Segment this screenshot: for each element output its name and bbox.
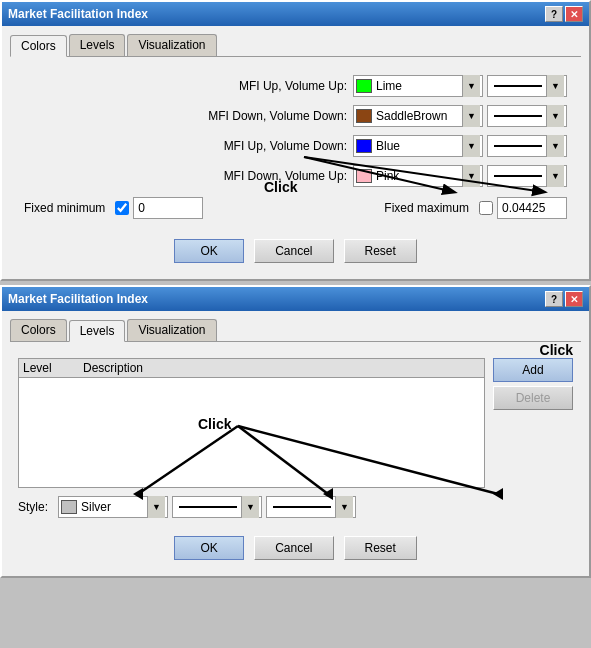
help-button[interactable]: ?: [545, 6, 563, 22]
style-line-dropdown-2[interactable]: ▼: [266, 496, 356, 518]
close-button[interactable]: ✕: [565, 6, 583, 22]
top-ok-button[interactable]: OK: [174, 239, 244, 263]
bottom-dialog: Market Facilitation Index ? ✕ Colors Lev…: [0, 285, 591, 578]
bottom-button-row: OK Cancel Reset: [10, 526, 581, 568]
color-group-2: SaddleBrown ▼ ▼: [353, 105, 567, 127]
style-line-arrow-1[interactable]: ▼: [241, 496, 259, 518]
line-arrow-2[interactable]: ▼: [546, 105, 564, 127]
fixed-max-label: Fixed maximum: [384, 201, 469, 215]
top-title-buttons: ? ✕: [545, 6, 583, 22]
line-preview-2: [494, 115, 542, 117]
tab-colors-bottom[interactable]: Colors: [10, 319, 67, 341]
style-line-arrow-2[interactable]: ▼: [335, 496, 353, 518]
fixed-min-max-row: Fixed minimum Fixed maximum: [24, 197, 567, 219]
tab-levels-top[interactable]: Levels: [69, 34, 126, 56]
levels-main: Level Description Add Delete: [18, 358, 573, 488]
bottom-ok-button[interactable]: OK: [174, 536, 244, 560]
delete-button[interactable]: Delete: [493, 386, 573, 410]
click-annotation-style: Click: [198, 416, 231, 432]
top-reset-button[interactable]: Reset: [344, 239, 417, 263]
color-name-pink: Pink: [376, 169, 462, 183]
bottom-cancel-button[interactable]: Cancel: [254, 536, 333, 560]
line-preview-1: [494, 85, 542, 87]
style-line-preview-2: [273, 506, 331, 508]
top-title-bar: Market Facilitation Index ? ✕: [2, 2, 589, 26]
line-dropdown-1[interactable]: ▼: [487, 75, 567, 97]
bottom-help-button[interactable]: ?: [545, 291, 563, 307]
bottom-title-buttons: ? ✕: [545, 291, 583, 307]
fixed-min-checkbox[interactable]: [115, 201, 129, 215]
bottom-dialog-title: Market Facilitation Index: [8, 292, 148, 306]
fixed-row-container: Click Fixed mi: [24, 197, 567, 219]
bottom-close-button[interactable]: ✕: [565, 291, 583, 307]
levels-table: Level Description: [18, 358, 485, 488]
color-group-3: Blue ▼ ▼: [353, 135, 567, 157]
color-arrow-3[interactable]: ▼: [462, 135, 480, 157]
top-dialog: Market Facilitation Index ? ✕ Colors Lev…: [0, 0, 591, 281]
levels-main-container: Click Level Description Add Delete: [18, 358, 573, 518]
fixed-min-input[interactable]: [133, 197, 203, 219]
tab-levels-bottom[interactable]: Levels: [69, 320, 126, 342]
style-line-dropdown-1[interactable]: ▼: [172, 496, 262, 518]
style-line-preview-1: [179, 506, 237, 508]
levels-table-header: Level Description: [19, 359, 484, 378]
label-mfi-up-vol-up: MFI Up, Volume Up:: [239, 79, 347, 93]
colors-form: MFI Up, Volume Up: Lime ▼ ▼ MFI Down, Vo…: [10, 65, 581, 229]
bottom-reset-button[interactable]: Reset: [344, 536, 417, 560]
color-arrow-1[interactable]: ▼: [462, 75, 480, 97]
bottom-tabs: Colors Levels Visualization: [10, 319, 581, 342]
color-dropdown-pink[interactable]: Pink ▼: [353, 165, 483, 187]
line-dropdown-2[interactable]: ▼: [487, 105, 567, 127]
style-color-arrow[interactable]: ▼: [147, 496, 165, 518]
swatch-pink: [356, 169, 372, 183]
add-button[interactable]: Add: [493, 358, 573, 382]
click-annotation-add: Click: [540, 342, 573, 358]
top-tabs: Colors Levels Visualization: [10, 34, 581, 57]
row-mfi-up-vol-up: MFI Up, Volume Up: Lime ▼ ▼: [24, 75, 567, 97]
swatch-silver: [61, 500, 77, 514]
top-dialog-content: Colors Levels Visualization MFI Up, Volu…: [2, 26, 589, 279]
label-mfi-up-vol-down: MFI Up, Volume Down:: [224, 139, 347, 153]
fixed-max-checkbox[interactable]: [479, 201, 493, 215]
line-arrow-1[interactable]: ▼: [546, 75, 564, 97]
top-cancel-button[interactable]: Cancel: [254, 239, 333, 263]
col-description: Description: [83, 361, 480, 375]
row-mfi-up-vol-down: MFI Up, Volume Down: Blue ▼ ▼: [24, 135, 567, 157]
line-arrow-3[interactable]: ▼: [546, 135, 564, 157]
color-name-blue: Blue: [376, 139, 462, 153]
fixed-max-group: Fixed maximum: [384, 197, 567, 219]
swatch-lime: [356, 79, 372, 93]
style-color-name: Silver: [81, 500, 147, 514]
fixed-max-input[interactable]: [497, 197, 567, 219]
color-dropdown-blue[interactable]: Blue ▼: [353, 135, 483, 157]
color-group-1: Lime ▼ ▼: [353, 75, 567, 97]
line-preview-3: [494, 145, 542, 147]
color-dropdown-lime[interactable]: Lime ▼: [353, 75, 483, 97]
bottom-title-bar: Market Facilitation Index ? ✕: [2, 287, 589, 311]
style-color-dropdown[interactable]: Silver ▼: [58, 496, 168, 518]
levels-area: Click Level Description Add Delete: [10, 350, 581, 526]
color-dropdown-saddlebrown[interactable]: SaddleBrown ▼: [353, 105, 483, 127]
line-arrow-4[interactable]: ▼: [546, 165, 564, 187]
swatch-blue: [356, 139, 372, 153]
color-name-saddlebrown: SaddleBrown: [376, 109, 462, 123]
col-level: Level: [23, 361, 83, 375]
style-annotation-container: Click Style:: [18, 496, 573, 518]
style-label: Style:: [18, 500, 48, 514]
tab-visualization-top[interactable]: Visualization: [127, 34, 216, 56]
tab-colors-top[interactable]: Colors: [10, 35, 67, 57]
levels-buttons: Add Delete: [493, 358, 573, 488]
fixed-min-label: Fixed minimum: [24, 201, 105, 215]
click-annotation-top: Click: [264, 179, 297, 195]
top-dialog-title: Market Facilitation Index: [8, 7, 148, 21]
line-dropdown-4[interactable]: ▼: [487, 165, 567, 187]
levels-body: [19, 378, 484, 478]
line-dropdown-3[interactable]: ▼: [487, 135, 567, 157]
color-arrow-2[interactable]: ▼: [462, 105, 480, 127]
row-mfi-down-vol-down: MFI Down, Volume Down: SaddleBrown ▼ ▼: [24, 105, 567, 127]
style-row: Style: Silver ▼ ▼ ▼: [18, 496, 573, 518]
top-button-row: OK Cancel Reset: [10, 229, 581, 271]
tab-visualization-bottom[interactable]: Visualization: [127, 319, 216, 341]
bottom-dialog-content: Colors Levels Visualization Click Level …: [2, 311, 589, 576]
color-arrow-4[interactable]: ▼: [462, 165, 480, 187]
